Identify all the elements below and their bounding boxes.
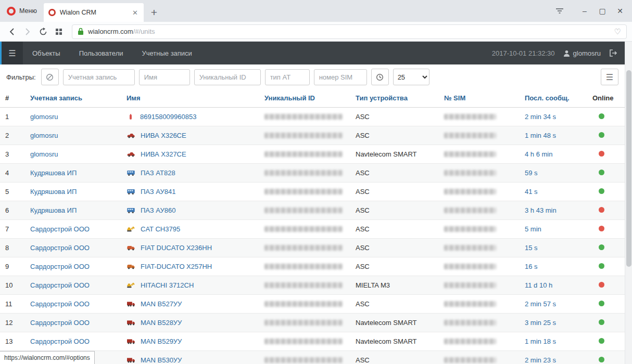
tracker-icon xyxy=(127,113,135,121)
last-message-link[interactable]: 2 min 57 s xyxy=(525,300,556,308)
nav-item-users[interactable]: Пользователи xyxy=(70,42,133,64)
table-menu-button[interactable]: ☰ xyxy=(601,69,618,85)
unit-name-link[interactable]: MAN B530УУ xyxy=(141,356,182,364)
column-header-name[interactable]: Имя xyxy=(121,89,259,108)
last-message-link[interactable]: 59 s xyxy=(525,169,538,177)
filter-uid-input[interactable] xyxy=(194,69,261,85)
clear-filters-button[interactable] xyxy=(41,69,59,85)
unit-name-link[interactable]: ПАЗ АТ828 xyxy=(141,169,175,177)
sidebar-toggle-button[interactable]: ☰ xyxy=(0,42,23,64)
column-header-account[interactable]: Учетная запись xyxy=(25,89,121,108)
filter-name-input[interactable] xyxy=(139,69,190,85)
opera-menu-button[interactable]: Меню xyxy=(0,0,44,22)
new-tab-button[interactable]: + xyxy=(144,3,165,22)
last-message-link[interactable]: 15 s xyxy=(525,244,538,252)
last-message-link[interactable]: 11 d 10 h xyxy=(525,281,552,289)
unit-id-redacted xyxy=(264,339,343,344)
column-header-online[interactable]: Online xyxy=(587,89,625,108)
page-size-select[interactable]: 25 xyxy=(393,69,429,85)
browser-filter-icon[interactable] xyxy=(552,3,567,19)
last-message-cell: 16 s xyxy=(520,257,587,276)
online-cell xyxy=(587,183,625,201)
tab-close-icon[interactable]: ✕ xyxy=(131,8,139,18)
account-link[interactable]: Сардорстрой ООО xyxy=(30,300,90,308)
last-message-link[interactable]: 3 min 25 s xyxy=(525,319,556,327)
reload-icon[interactable] xyxy=(36,25,50,38)
column-header-last-msg[interactable]: Посл. сообщ. xyxy=(520,89,587,108)
last-message-link[interactable]: 1 min 48 s xyxy=(525,132,556,139)
current-user[interactable]: glomosru xyxy=(563,49,601,57)
last-message-link[interactable]: 41 s xyxy=(525,188,538,196)
column-header-index[interactable]: # xyxy=(0,89,25,108)
minimize-button[interactable]: – xyxy=(577,3,592,19)
account-link[interactable]: Сардорстрой ООО xyxy=(30,263,90,270)
van-icon xyxy=(127,263,135,270)
unit-name-link[interactable]: FIAT DUCATO X236HH xyxy=(141,244,212,252)
last-message-link[interactable]: 2 min 23 s xyxy=(525,356,556,364)
filter-account-input[interactable] xyxy=(63,69,135,85)
last-message-link[interactable]: 5 min xyxy=(525,225,541,233)
last-message-link[interactable]: 2 min 34 s xyxy=(525,113,556,121)
nav-item-accounts[interactable]: Учетные записи xyxy=(132,42,201,64)
close-window-button[interactable]: ✕ xyxy=(612,3,628,19)
scrollbar-thumb[interactable] xyxy=(626,70,631,267)
account-link[interactable]: Сардорстрой ООО xyxy=(30,337,90,345)
nav-item-units[interactable]: Объекты xyxy=(23,42,70,64)
account-link[interactable]: Сардорстрой ООО xyxy=(30,319,90,327)
column-header-sim[interactable]: № SIM xyxy=(439,89,520,108)
filter-sim-input[interactable] xyxy=(314,69,367,85)
unit-name-link[interactable]: MAN B529УУ xyxy=(141,337,182,345)
unit-name-link[interactable]: HITACHI 3712CH xyxy=(141,281,194,289)
filter-device-type-input[interactable] xyxy=(265,69,310,85)
account-link[interactable]: Кудряшова ИП xyxy=(30,169,77,177)
unit-name-link[interactable]: НИВА X326CE xyxy=(141,132,186,139)
last-message-cell: 2 min 23 s xyxy=(520,351,587,364)
unit-name-cell: CAT CH3795 xyxy=(121,220,259,239)
unit-name-cell: 869158009960853 xyxy=(121,108,259,126)
unit-name-link[interactable]: ПАЗ АУ841 xyxy=(141,188,175,196)
account-link[interactable]: glomosru xyxy=(30,150,58,158)
unit-name-link[interactable]: НИВА X327CE xyxy=(141,150,186,158)
sim-redacted xyxy=(444,189,496,194)
unit-name-link[interactable]: ПАЗ АУ860 xyxy=(141,206,175,214)
account-link[interactable]: Кудряшова ИП xyxy=(30,188,77,196)
unit-name-cell: MAN B527УУ xyxy=(121,295,259,314)
browser-tab[interactable]: Wialon CRM ✕ xyxy=(44,3,144,22)
column-header-uid[interactable]: Уникальный ID xyxy=(259,89,350,108)
account-link[interactable]: Сардорстрой ООО xyxy=(30,225,90,233)
unit-name-cell: ПАЗ АУ860 xyxy=(121,201,259,220)
account-link[interactable]: glomosru xyxy=(30,113,58,121)
unit-name-link[interactable]: MAN B528УУ xyxy=(141,319,182,327)
forward-icon[interactable] xyxy=(21,25,34,38)
account-link[interactable]: glomosru xyxy=(30,132,58,139)
last-message-link[interactable]: 16 s xyxy=(525,263,538,270)
table-row: 4Кудряшова ИППАЗ АТ828ASC59 s xyxy=(0,164,625,183)
maximize-button[interactable]: ▢ xyxy=(595,3,610,19)
online-cell xyxy=(587,276,625,295)
column-header-device[interactable]: Тип устройства xyxy=(350,89,439,108)
unit-name-link[interactable]: MAN B527УУ xyxy=(141,300,182,308)
unit-name-link[interactable]: CAT CH3795 xyxy=(141,225,180,233)
online-status-dot xyxy=(599,132,604,138)
truck-icon xyxy=(127,301,135,307)
last-message-link[interactable]: 1 min 18 s xyxy=(525,337,556,345)
back-icon[interactable] xyxy=(5,25,19,38)
url-field[interactable]: wialoncrm.com/#/units ♡ xyxy=(72,24,627,39)
account-cell: Кудряшова ИП xyxy=(25,201,121,220)
bookmark-heart-icon[interactable]: ♡ xyxy=(614,27,621,36)
unit-name-link[interactable]: 869158009960853 xyxy=(140,113,196,121)
time-filter-button[interactable] xyxy=(371,69,389,85)
unit-name-cell: MAN B528УУ xyxy=(121,314,259,332)
account-link[interactable]: Кудряшова ИП xyxy=(30,206,77,214)
account-cell: Сардорстрой ООО xyxy=(25,239,121,257)
speed-dial-icon[interactable] xyxy=(52,25,66,38)
unit-name-link[interactable]: FIAT-DUCATO X257HH xyxy=(141,263,212,270)
last-message-cell: 3 h 43 min xyxy=(520,201,587,220)
page-scrollbar[interactable] xyxy=(625,42,632,364)
logout-icon[interactable] xyxy=(609,49,617,57)
last-message-link[interactable]: 3 h 43 min xyxy=(525,206,557,214)
excavator-icon xyxy=(127,282,135,289)
account-link[interactable]: Сардорстрой ООО xyxy=(30,244,90,252)
account-link[interactable]: Сардорстрой ООО xyxy=(30,281,90,289)
last-message-link[interactable]: 4 h 6 min xyxy=(525,150,552,158)
